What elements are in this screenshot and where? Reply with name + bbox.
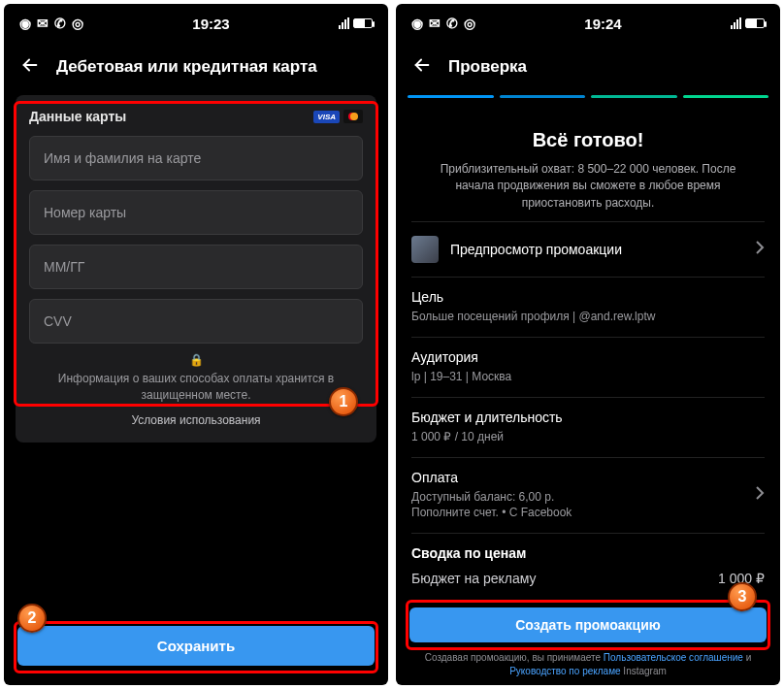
right-screen: ◉ ✉ ✆ ◎ 19:24 Проверка Всё готово! Прибл… [396,4,780,685]
budget-section: Бюджет и длительность 1 000 ₽ / 10 дней [411,397,765,457]
status-right-icons [731,17,765,29]
card-cvv-field[interactable]: CVV [29,299,363,344]
preview-row[interactable]: Предпросмотр промоакции [411,221,765,277]
chevron-right-icon [755,486,765,504]
instagram-icon: ◉ [411,16,423,31]
cardholder-name-field[interactable]: Имя и фамилия на карте [29,136,363,180]
lock-icon: 🔒 [29,353,363,367]
status-time: 19:23 [83,16,339,32]
card-details-panel: Данные карты VISA Имя и фамилия на карте… [16,95,376,443]
disclaimer-mid: и [743,652,751,663]
chevron-right-icon [755,241,765,258]
secure-note: Информация о ваших способах оплаты храни… [29,371,363,404]
visa-icon: VISA [313,111,340,123]
review-hero: Всё готово! Приблизительный охват: 8 500… [411,112,765,221]
notification-icon: ◎ [464,16,475,31]
status-notification-icons: ◉ ✉ ✆ ◎ [19,16,83,31]
voicemail-icon: ✉ [429,16,441,31]
card-expiry-field[interactable]: ММ/ГГ [29,245,363,289]
annotation-badge-2: 2 [17,604,47,633]
page-title: Проверка [448,57,527,77]
status-time: 19:24 [475,16,731,32]
app-header: Проверка [396,43,780,95]
battery-icon [353,18,373,28]
hero-subtitle: Приблизительный охват: 8 500–22 000 чело… [421,161,755,212]
progress-segment [408,95,494,98]
progress-segment [500,95,586,98]
payment-section[interactable]: Оплата Доступный баланс: 6,00 р. Пополни… [411,457,765,534]
voicemail-icon: ✉ [37,16,49,31]
price-summary-heading: Сводка по ценам [411,533,765,571]
hero-title: Всё готово! [421,129,755,151]
ad-guidelines-link[interactable]: Руководство по рекламе [509,666,620,676]
goal-section: Цель Больше посещений профиля | @and.rew… [411,277,765,337]
status-right-icons [339,17,373,29]
section-sub: lp | 19–31 | Москва [411,369,765,385]
back-arrow-icon[interactable] [411,54,433,80]
user-agreement-link[interactable]: Пользовательское соглашение [604,652,743,663]
save-button[interactable]: Сохранить [17,626,375,666]
section-sub: Пополните счет. • С Facebook [411,505,755,521]
section-sub: 1 000 ₽ / 10 дней [411,429,765,445]
notification-icon: ◎ [72,16,83,31]
card-brand-logos: VISA [313,110,363,123]
review-body: Всё готово! Приблизительный охват: 8 500… [396,112,780,596]
audience-section: Аудитория lp | 19–31 | Москва [411,337,765,397]
terms-link[interactable]: Условия использования [29,413,363,427]
app-header: Дебетовая или кредитная карта [4,43,388,95]
viber-icon: ✆ [54,16,66,31]
back-arrow-icon[interactable] [19,54,41,80]
viber-icon: ✆ [446,16,458,31]
create-promotion-button[interactable]: Создать промоакцию [409,607,767,642]
progress-segment [683,95,769,98]
section-sub: Доступный баланс: 6,00 р. [411,489,755,506]
section-heading: Бюджет и длительность [411,410,765,425]
status-bar: ◉ ✉ ✆ ◎ 19:23 [4,4,388,43]
status-notification-icons: ◉ ✉ ✆ ◎ [411,16,475,31]
signal-icon [731,17,741,29]
annotation-badge-1: 1 [329,387,358,416]
progress-segment [591,95,677,98]
section-sub: Больше посещений профиля | @and.rew.lptw [411,309,765,325]
price-row: Бюджет на рекламу 1 000 ₽ [411,571,765,596]
preview-thumbnail [411,236,439,263]
battery-icon [745,18,765,28]
left-screen: ◉ ✉ ✆ ◎ 19:23 Дебетовая или кредитная ка… [4,4,388,685]
status-bar: ◉ ✉ ✆ ◎ 19:24 [396,4,780,43]
card-number-field[interactable]: Номер карты [29,190,363,235]
disclaimer-text: Создавая промоакцию, вы принимаете Польз… [411,651,765,677]
section-heading: Цель [411,289,765,305]
section-heading: Аудитория [411,349,765,365]
progress-bar [396,95,780,112]
instagram-icon: ◉ [19,16,31,31]
page-title: Дебетовая или кредитная карта [56,57,317,77]
price-row-label: Бюджет на рекламу [411,571,537,586]
annotation-badge-3: 3 [728,582,757,611]
panel-title: Данные карты [29,109,126,124]
preview-label: Предпросмотр промоакции [450,242,622,257]
section-heading: Оплата [411,470,755,485]
disclaimer-post: Instagram [621,666,667,676]
mastercard-icon [343,110,363,123]
disclaimer-pre: Создавая промоакцию, вы принимаете [425,652,604,663]
signal-icon [339,17,349,29]
